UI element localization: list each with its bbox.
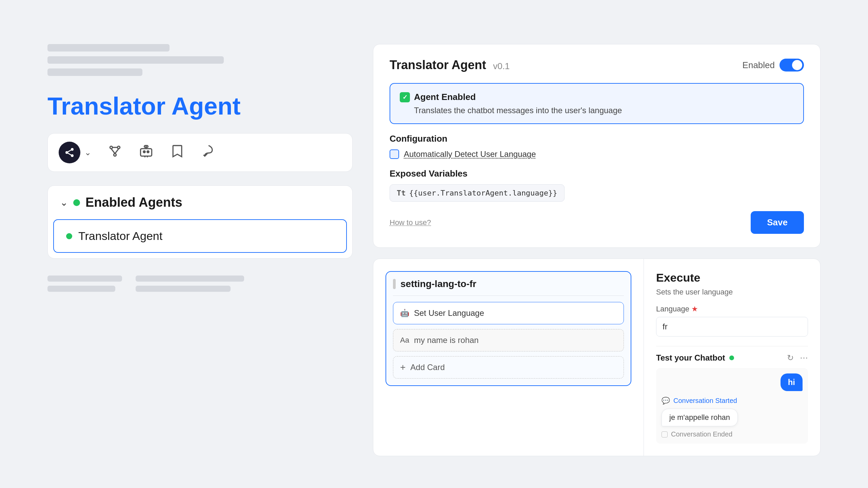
flow-item-text[interactable]: Aa my name is rohan: [393, 329, 624, 351]
left-panel: Translator Agent ⌄: [47, 44, 353, 292]
agent-item-translator[interactable]: Translator Agent: [53, 219, 347, 253]
config-card-header: Translator Agent v0.1 Enabled: [390, 58, 804, 72]
svg-point-5: [110, 146, 112, 148]
chatbot-title-row: Test your Chatbot: [656, 353, 734, 363]
bot-icon[interactable]: [139, 144, 154, 162]
language-field-label: Language ★: [656, 305, 808, 313]
agent-enabled-title-row: ✓ Agent Enabled: [400, 92, 794, 102]
skeleton-line-2: [47, 56, 224, 64]
user-bubble-row: hi: [662, 373, 803, 391]
chatbot-header: Test your Chatbot ↻ ⋯: [656, 353, 808, 363]
execute-title: Execute: [656, 271, 808, 284]
skeleton-line-3: [47, 68, 142, 76]
svg-point-13: [147, 151, 149, 153]
enabled-toggle-group[interactable]: Enabled: [743, 59, 804, 72]
skeleton-right: [136, 276, 244, 292]
svg-line-4: [68, 150, 71, 152]
svg-line-3: [68, 153, 71, 155]
var-name: {{user.TranslatorAgent.language}}: [409, 189, 557, 197]
execute-card: setting-lang-to-fr 🤖 Set User Language A…: [373, 259, 821, 456]
share-button[interactable]: [59, 142, 80, 163]
auto-detect-row: Automatically Detect User Language: [390, 149, 804, 159]
language-input[interactable]: [656, 317, 808, 337]
refresh-icon[interactable]: ↻: [787, 353, 794, 363]
chatbot-status-dot: [729, 355, 734, 360]
skeleton-b4: [136, 286, 231, 292]
agents-green-dot: [73, 199, 80, 206]
configuration-label: Configuration: [390, 134, 804, 144]
bot-bubble: je m'appelle rohan: [662, 409, 738, 426]
auto-detect-checkbox[interactable]: [390, 149, 399, 159]
add-card-label: Add Card: [410, 363, 445, 372]
bot-bubble-row: je m'appelle rohan: [662, 409, 803, 430]
flow-item-label: Set User Language: [414, 308, 484, 318]
auto-detect-label: Automatically Detect User Language: [404, 149, 536, 159]
svg-rect-11: [141, 148, 152, 156]
skeleton-b3: [136, 276, 244, 282]
svg-point-6: [117, 146, 120, 148]
agent-enabled-box: ✓ Agent Enabled Translates the chatbot m…: [390, 83, 804, 124]
agents-section: ⌄ Enabled Agents Translator Agent: [47, 185, 353, 259]
skeleton-line-1: [47, 44, 170, 52]
svg-point-7: [114, 154, 116, 156]
bookmark-icon[interactable]: [170, 144, 185, 162]
save-button[interactable]: Save: [751, 211, 804, 234]
agents-header[interactable]: ⌄ Enabled Agents: [48, 186, 352, 219]
flow-block: setting-lang-to-fr 🤖 Set User Language A…: [386, 271, 631, 386]
add-card-row[interactable]: + Add Card: [393, 356, 624, 379]
conversation-started-row: 💬 Conversation Started: [662, 396, 803, 405]
execute-right: Execute Sets the user language Language …: [644, 259, 820, 456]
toggle-knob: [792, 60, 802, 70]
chatbot-icons: ↻ ⋯: [787, 353, 808, 363]
skeleton-b2: [47, 286, 115, 292]
agent-card-title: Translator Agent: [390, 58, 486, 72]
set-language-icon: 🤖: [400, 309, 409, 318]
bottom-skeleton: [47, 276, 353, 292]
var-type-icon: Tt: [397, 189, 406, 197]
skeleton-header: [47, 44, 353, 76]
share-icon: [64, 147, 75, 158]
execute-desc: Sets the user language: [656, 288, 808, 297]
required-star: ★: [691, 305, 698, 313]
svg-point-1: [65, 151, 68, 154]
agent-name: Translator Agent: [78, 229, 162, 243]
agent-desc: Translates the chatbot messages into the…: [400, 106, 794, 115]
svg-line-10: [115, 148, 119, 154]
svg-line-9: [111, 148, 115, 154]
chat-area: hi 💬 Conversation Started je m'appelle r…: [656, 368, 808, 444]
skeleton-b1: [47, 276, 122, 282]
flow-item-text-label: my name is rohan: [414, 336, 479, 345]
flow-block-header: setting-lang-to-fr: [393, 279, 624, 296]
how-to-link[interactable]: How to use?: [390, 218, 431, 227]
agents-header-label: Enabled Agents: [85, 195, 182, 210]
drag-handle[interactable]: [393, 279, 396, 289]
svg-point-0: [71, 148, 74, 151]
share-chevron-icon[interactable]: ⌄: [84, 148, 91, 157]
plus-icon: +: [400, 362, 406, 373]
agent-enabled-title-text: Agent Enabled: [414, 92, 476, 102]
exposed-vars-label: Exposed Variables: [390, 168, 804, 179]
page-title: Translator Agent: [47, 93, 353, 120]
enabled-toggle-switch[interactable]: [780, 59, 804, 72]
hook-icon[interactable]: [201, 144, 216, 162]
network-icon[interactable]: [107, 144, 122, 162]
chatbot-section: Test your Chatbot ↻ ⋯ hi 💬: [656, 346, 808, 444]
skeleton-left: [47, 276, 122, 292]
variable-pill: Tt {{user.TranslatorAgent.language}}: [390, 184, 565, 202]
flow-item-set-language[interactable]: 🤖 Set User Language: [393, 302, 624, 324]
version-badge: v0.1: [493, 61, 510, 71]
check-icon: ✓: [400, 92, 410, 102]
text-icon: Aa: [400, 336, 409, 345]
right-panel: Translator Agent v0.1 Enabled ✓ Agent En…: [373, 44, 821, 456]
more-options-icon[interactable]: ⋯: [800, 353, 808, 363]
svg-point-12: [143, 151, 145, 153]
conversation-ended-row: Conversation Ended: [662, 430, 803, 438]
svg-point-2: [71, 155, 74, 157]
chatbot-title: Test your Chatbot: [656, 353, 725, 363]
conversation-ended-text: Conversation Ended: [671, 430, 732, 438]
conv-ended-checkbox: [662, 431, 668, 438]
share-icon-group[interactable]: ⌄: [59, 142, 91, 163]
user-bubble: hi: [781, 373, 803, 391]
flow-section: setting-lang-to-fr 🤖 Set User Language A…: [373, 259, 644, 456]
flow-block-title: setting-lang-to-fr: [400, 279, 476, 289]
